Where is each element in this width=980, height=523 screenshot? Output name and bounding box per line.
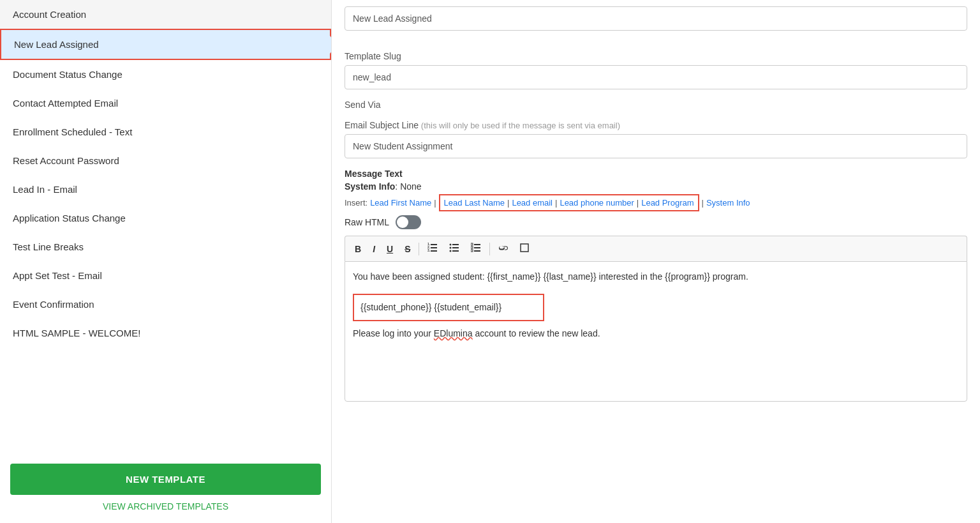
svg-rect-1 (431, 247, 437, 248)
view-archived-link[interactable]: VIEW ARCHIVED TEMPLATES (10, 495, 321, 518)
ordered-list-button[interactable]: 1.2.3. (423, 240, 442, 257)
toolbar-divider-1 (419, 243, 419, 255)
template-name-field (345, 6, 967, 41)
system-info-line: System Info: None (345, 181, 967, 192)
editor-area[interactable]: You have been assigned student: {{first_… (345, 261, 967, 402)
system-info-label: System Info (345, 181, 395, 192)
raw-html-label: Raw HTML (345, 217, 389, 227)
template-slug-label: Template Slug (345, 51, 967, 61)
strikethrough-button[interactable]: S (400, 241, 415, 257)
italic-button[interactable]: I (368, 241, 380, 257)
sidebar-item-account-creation[interactable]: Account Creation (0, 0, 331, 29)
email-subject-note: (this will only be used if the message i… (421, 121, 620, 130)
underline-button[interactable]: U (382, 241, 397, 257)
editor-line-3: Please log into your EDlumina account to… (353, 326, 959, 340)
svg-text:3.: 3. (427, 248, 431, 252)
raw-html-row: Raw HTML (345, 215, 967, 229)
svg-rect-18 (521, 244, 528, 252)
main-content: Template Slug Send Via Email Subject Lin… (332, 0, 980, 523)
svg-point-11 (450, 250, 452, 252)
svg-rect-12 (474, 244, 480, 245)
template-slug-input[interactable] (345, 65, 967, 89)
raw-html-toggle[interactable] (396, 215, 421, 229)
svg-rect-7 (452, 247, 459, 248)
sidebar-item-document-status-change[interactable]: Document Status Change (0, 60, 331, 89)
svg-rect-14 (474, 250, 480, 252)
svg-point-10 (450, 247, 452, 249)
send-via-label: Send Via (345, 100, 967, 110)
message-text-label: Message Text (345, 169, 967, 179)
unordered-list-button[interactable] (445, 240, 464, 257)
edlumina-link: EDlumina (434, 328, 473, 338)
svg-rect-2 (431, 250, 437, 252)
system-info-value: None (400, 181, 421, 192)
svg-rect-15 (471, 243, 473, 245)
svg-rect-6 (452, 244, 459, 245)
new-template-button[interactable]: NEW TEMPLATE (10, 464, 321, 495)
insert-lead-last-name[interactable]: Lead Last Name (444, 198, 505, 208)
toolbar-divider-2 (489, 243, 490, 255)
sidebar-item-reset-account-password[interactable]: Reset Account Password (0, 146, 331, 175)
send-via-section: Send Via (345, 100, 967, 110)
sidebar-item-lead-in-email[interactable]: Lead In - Email (0, 175, 331, 204)
insert-system-info[interactable]: System Info (706, 198, 750, 208)
sidebar-item-contact-attempted-email[interactable]: Contact Attempted Email (0, 89, 331, 117)
sidebar-item-event-confirmation[interactable]: Event Confirmation (0, 290, 331, 319)
square-button[interactable] (516, 241, 533, 257)
insert-lead-program[interactable]: Lead Program (641, 198, 694, 208)
email-subject-label: Email Subject Line (this will only be us… (345, 120, 967, 130)
sidebar: Account CreationNew Lead AssignedDocumen… (0, 0, 332, 523)
insert-links-highlighted: Lead Last Name | Lead email | Lead phone… (439, 194, 699, 211)
template-name-input[interactable] (345, 6, 967, 31)
insert-label-text: Insert: (345, 198, 368, 208)
editor-toolbar: B I U S 1.2.3. (345, 236, 967, 261)
svg-rect-13 (474, 247, 480, 248)
sidebar-item-new-lead-assigned[interactable]: New Lead Assigned (0, 29, 331, 60)
svg-rect-17 (471, 250, 473, 252)
email-subject-field: Email Subject Line (this will only be us… (345, 120, 967, 158)
editor-line-1: You have been assigned student: {{first_… (353, 269, 959, 284)
sidebar-bottom: NEW TEMPLATE VIEW ARCHIVED TEMPLATES (0, 453, 331, 523)
template-slug-field: Template Slug (345, 51, 967, 89)
insert-lead-email[interactable]: Lead email (512, 198, 553, 208)
insert-lead-phone-number[interactable]: Lead phone number (560, 198, 634, 208)
link-button[interactable] (494, 240, 513, 257)
svg-point-9 (450, 244, 452, 246)
svg-rect-8 (452, 250, 459, 252)
sidebar-item-appt-set-test-email[interactable]: Appt Set Test - Email (0, 261, 331, 290)
sidebar-item-enrollment-scheduled-text[interactable]: Enrollment Scheduled - Text (0, 117, 331, 146)
editor-line-2: {{student_phone}} {{student_email}} (360, 302, 501, 312)
insert-lead-first-name[interactable]: Lead First Name (370, 198, 431, 208)
bold-button[interactable]: B (350, 241, 366, 257)
email-subject-input[interactable] (345, 134, 967, 158)
svg-rect-0 (431, 244, 437, 245)
message-text-section: Message Text System Info: None Insert: L… (345, 169, 967, 402)
svg-rect-16 (471, 246, 473, 248)
sidebar-item-application-status-change[interactable]: Application Status Change (0, 204, 331, 232)
editor-highlighted-box: {{student_phone}} {{student_email}} (353, 294, 544, 321)
checklist-button[interactable] (466, 240, 486, 257)
sidebar-item-html-sample-welcome[interactable]: HTML SAMPLE - WELCOME! (0, 319, 331, 347)
insert-line: Insert: Lead First Name | Lead Last Name… (345, 194, 967, 211)
sidebar-item-test-line-breaks[interactable]: Test Line Breaks (0, 232, 331, 261)
